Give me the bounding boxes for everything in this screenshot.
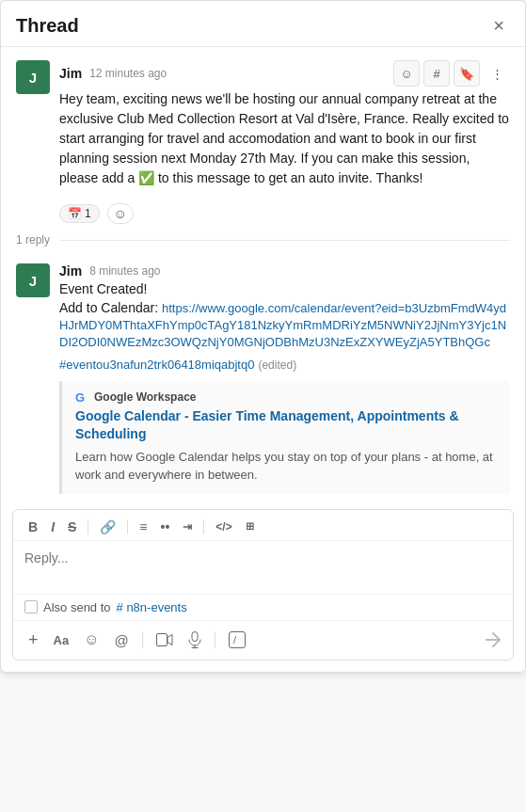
- send-icon: [485, 631, 502, 648]
- google-g-icon: G: [75, 390, 88, 404]
- video-icon: [156, 633, 173, 646]
- mention-button[interactable]: @: [110, 630, 132, 650]
- channel-name: # n8n-events: [117, 600, 187, 614]
- second-message-body: Jim 8 minutes ago Event Created! Add to …: [59, 263, 510, 494]
- link-preview-title[interactable]: Google Calendar - Easier Time Management…: [75, 407, 497, 444]
- bookmark-button[interactable]: 🔖: [454, 60, 480, 87]
- emoji-react-button[interactable]: ☺: [393, 60, 420, 87]
- svg-rect-4: [229, 632, 245, 648]
- edited-tag: (edited): [258, 358, 296, 372]
- indent-button[interactable]: ⇥: [179, 518, 196, 535]
- reply-box: B I S 🔗 ≡ •• ⇥ </> ⊞ Also send to # n8n-…: [12, 509, 514, 661]
- mic-button[interactable]: [184, 629, 205, 650]
- strikethrough-button[interactable]: S: [64, 517, 80, 536]
- second-message-area: J Jim 8 minutes ago Event Created! Add t…: [1, 256, 525, 494]
- calendar-emoji: 📅: [68, 207, 82, 220]
- more-actions-button[interactable]: ⋮: [484, 60, 510, 87]
- toolbar-divider-2: [127, 519, 128, 534]
- hashtag-button[interactable]: #: [423, 60, 450, 87]
- replies-label: 1 reply: [16, 233, 50, 247]
- brand-name: Google Workspace: [94, 390, 196, 404]
- also-send-label: Also send to: [43, 600, 111, 614]
- event-created-text: Event Created!: [59, 281, 510, 296]
- second-message-meta: Jim 8 minutes ago: [59, 263, 510, 279]
- hashtag-line: #eventou3nafun2trk06418miqabjtq0(edited): [59, 358, 510, 372]
- second-sender-name: Jim: [59, 263, 82, 279]
- link-preview: G Google Workspace Google Calendar - Eas…: [59, 381, 510, 494]
- bottom-divider: [142, 631, 143, 648]
- svg-rect-0: [156, 634, 167, 646]
- reply-toolbar: B I S 🔗 ≡ •• ⇥ </> ⊞: [13, 510, 513, 541]
- also-send-checkbox[interactable]: [24, 600, 38, 613]
- also-send-row: Also send to # n8n-events: [13, 594, 513, 620]
- second-avatar: J: [16, 263, 50, 297]
- add-emoji-button[interactable]: ☺: [107, 203, 134, 224]
- timestamp: 12 minutes ago: [89, 67, 167, 80]
- replies-divider: 1 reply: [1, 224, 525, 256]
- reply-bottom-bar: + Aa ☺ @: [13, 620, 513, 660]
- bold-button[interactable]: B: [24, 517, 41, 536]
- panel-title: Thread: [16, 15, 79, 37]
- first-message-area: J Jim 12 minutes ago ☺ # 🔖 ⋮ Hey team, e…: [1, 47, 525, 224]
- message-text: Hey team, exciting news we'll be hosting…: [59, 89, 510, 188]
- thread-panel: Thread × J Jim 12 minutes ago ☺ # 🔖 ⋮ He…: [0, 0, 526, 673]
- video-button[interactable]: [152, 631, 177, 648]
- add-calendar-text: Add to Calendar: https://www.google.com/…: [59, 300, 510, 352]
- message-toolbar: ☺ # 🔖 ⋮: [393, 60, 510, 87]
- emoji-picker-button[interactable]: ☺: [80, 629, 103, 650]
- reply-input[interactable]: [13, 541, 513, 590]
- send-button[interactable]: [485, 631, 502, 648]
- add-attachment-button[interactable]: +: [24, 629, 42, 652]
- emoji-reaction-area: 📅 1 ☺: [59, 196, 510, 224]
- ordered-list-button[interactable]: ≡: [135, 517, 151, 536]
- sender-name: Jim: [59, 66, 82, 81]
- toolbar-divider-1: [88, 519, 88, 534]
- svg-text:/: /: [233, 634, 237, 645]
- slash-icon: /: [229, 631, 246, 648]
- link-preview-desc: Learn how Google Calendar helps you stay…: [75, 448, 497, 485]
- code-button[interactable]: </>: [212, 518, 235, 535]
- hashtag-text: #eventou3nafun2trk06418miqabjtq0: [59, 358, 254, 372]
- unordered-list-button[interactable]: ••: [157, 517, 174, 536]
- message-meta: Jim 12 minutes ago ☺ # 🔖 ⋮: [59, 60, 510, 87]
- emoji-reaction[interactable]: 📅 1: [59, 204, 100, 223]
- toolbar-divider-3: [203, 519, 204, 534]
- mic-icon: [188, 631, 201, 648]
- panel-header: Thread ×: [1, 1, 525, 47]
- link-preview-brand: G Google Workspace: [75, 390, 497, 404]
- bottom-divider-2: [215, 631, 215, 648]
- message-row: J Jim 12 minutes ago ☺ # 🔖 ⋮ Hey team, e…: [16, 60, 510, 224]
- message-body: Jim 12 minutes ago ☺ # 🔖 ⋮ Hey team, exc…: [59, 60, 510, 224]
- second-timestamp: 8 minutes ago: [89, 264, 160, 278]
- second-message-row: J Jim 8 minutes ago Event Created! Add t…: [16, 263, 510, 494]
- slash-command-button[interactable]: /: [225, 629, 249, 650]
- close-button[interactable]: ×: [487, 14, 510, 37]
- italic-button[interactable]: I: [47, 517, 58, 536]
- avatar: J: [16, 60, 50, 94]
- code-block-button[interactable]: ⊞: [242, 518, 258, 534]
- text-format-button[interactable]: Aa: [50, 631, 73, 649]
- svg-rect-1: [192, 632, 198, 642]
- reaction-count: 1: [85, 207, 91, 220]
- link-button[interactable]: 🔗: [96, 517, 120, 536]
- add-calendar-prefix: Add to Calendar:: [59, 300, 162, 315]
